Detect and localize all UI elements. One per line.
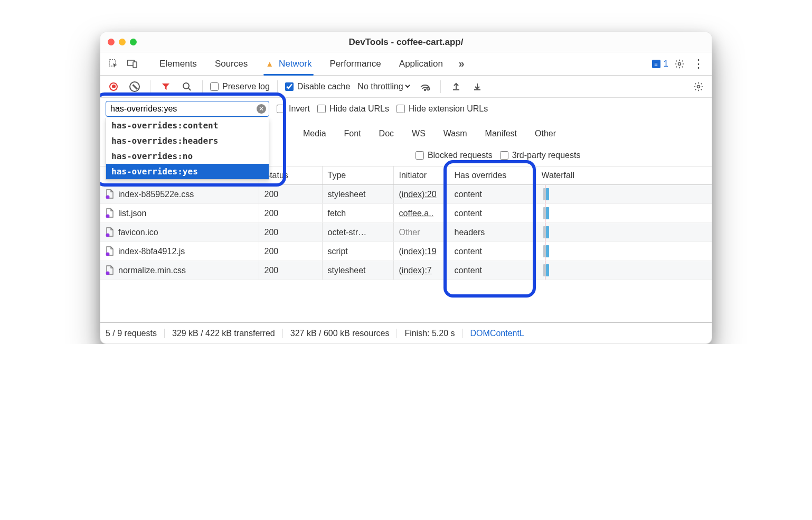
- autocomplete-item[interactable]: has-overrides:headers: [106, 133, 269, 148]
- hide-extension-urls-checkbox[interactable]: Hide extension URLs: [396, 104, 488, 114]
- autocomplete-item[interactable]: has-overrides:no: [106, 148, 269, 164]
- tab-sources[interactable]: Sources: [207, 52, 255, 76]
- summary-bar: 5 / 9 requests 329 kB / 422 kB transferr…: [100, 322, 712, 343]
- col-initiator[interactable]: Initiator: [393, 166, 449, 185]
- kebab-menu-icon[interactable]: ⋮: [691, 56, 706, 72]
- download-har-icon[interactable]: [469, 79, 485, 95]
- minimize-window-button[interactable]: [119, 39, 126, 45]
- cell-status: 200: [259, 261, 322, 280]
- clear-filter-icon[interactable]: ✕: [257, 104, 266, 114]
- inspect-icon[interactable]: [106, 56, 121, 72]
- blocked-requests-checkbox[interactable]: Blocked requests: [416, 151, 493, 160]
- cell-type: octet-str…: [322, 223, 393, 242]
- col-has-overrides[interactable]: Has overrides: [449, 166, 536, 185]
- table-row[interactable]: normalize.min.css200stylesheet(index):7c…: [100, 261, 712, 280]
- record-button[interactable]: [106, 79, 121, 95]
- type-media[interactable]: Media: [298, 127, 332, 140]
- disable-cache-input[interactable]: [285, 82, 294, 91]
- filter-bar: ✕ has-overrides:content has-overrides:he…: [100, 98, 712, 166]
- type-wasm[interactable]: Wasm: [438, 127, 473, 140]
- cell-overrides: content: [449, 261, 536, 280]
- type-other[interactable]: Other: [530, 127, 561, 140]
- col-type[interactable]: Type: [322, 166, 393, 185]
- file-override-icon: [106, 246, 114, 256]
- table-row[interactable]: index-b859522e.css200stylesheet(index):2…: [100, 185, 712, 204]
- preserve-log-label: Preserve log: [222, 82, 270, 91]
- summary-transferred: 329 kB / 422 kB transferred: [165, 329, 283, 338]
- type-doc[interactable]: Doc: [374, 127, 399, 140]
- filter-input[interactable]: [106, 101, 269, 117]
- cell-initiator[interactable]: coffee.a..: [393, 204, 449, 223]
- cell-overrides: content: [449, 185, 536, 204]
- third-party-checkbox[interactable]: 3rd-party requests: [500, 151, 581, 160]
- upload-har-icon[interactable]: [448, 79, 464, 95]
- filter-input-wrap: ✕ has-overrides:content has-overrides:he…: [106, 101, 269, 117]
- more-tabs-button[interactable]: »: [454, 56, 469, 72]
- tab-application[interactable]: Application: [392, 52, 450, 76]
- cell-initiator[interactable]: (index):19: [393, 242, 449, 261]
- svg-point-8: [697, 85, 700, 88]
- svg-point-4: [183, 83, 189, 89]
- requests-table-wrap: Name Status Type Initiator Has overrides…: [100, 166, 712, 322]
- main-tabs: Elements Sources ▲ Network Performance A…: [100, 52, 712, 76]
- col-waterfall[interactable]: Waterfall: [536, 166, 712, 185]
- cell-waterfall: [536, 204, 712, 223]
- hide-data-urls-checkbox[interactable]: Hide data URLs: [317, 104, 389, 114]
- svg-line-5: [188, 88, 191, 90]
- cell-initiator[interactable]: (index):20: [393, 185, 449, 204]
- preserve-log-checkbox[interactable]: Preserve log: [210, 82, 270, 91]
- tab-network-label: Network: [279, 59, 311, 69]
- preserve-log-input[interactable]: [210, 82, 219, 91]
- type-manifest[interactable]: Manifest: [480, 127, 522, 140]
- warning-icon: ▲: [266, 59, 273, 68]
- type-ws[interactable]: WS: [407, 127, 431, 140]
- settings-icon[interactable]: [672, 56, 687, 72]
- file-override-icon: [106, 189, 114, 199]
- search-icon[interactable]: [179, 79, 195, 95]
- requests-table: Name Status Type Initiator Has overrides…: [100, 166, 712, 280]
- summary-dcl: DOMContentL: [463, 329, 524, 338]
- cell-initiator[interactable]: Other: [393, 223, 449, 242]
- table-row[interactable]: list.json200fetchcoffee.a..content: [100, 204, 712, 223]
- window-title: DevTools - coffee-cart.app/: [100, 37, 712, 48]
- cell-name: normalize.min.css: [100, 261, 259, 280]
- disable-cache-label: Disable cache: [297, 82, 351, 91]
- svg-rect-2: [133, 62, 137, 68]
- table-row[interactable]: index-8bfa4912.js200script(index):19cont…: [100, 242, 712, 261]
- file-override-icon: [106, 265, 114, 275]
- cell-type: fetch: [322, 204, 393, 223]
- window-titlebar: DevTools - coffee-cart.app/: [100, 32, 712, 52]
- cell-status: 200: [259, 204, 322, 223]
- filter-autocomplete: has-overrides:content has-overrides:head…: [106, 118, 269, 180]
- clear-button[interactable]: [127, 79, 143, 95]
- tab-elements[interactable]: Elements: [152, 52, 204, 76]
- disable-cache-checkbox[interactable]: Disable cache: [285, 82, 351, 91]
- table-row[interactable]: favicon.ico200octet-str…Otherheaders: [100, 223, 712, 242]
- cell-initiator[interactable]: (index):7: [393, 261, 449, 280]
- cell-type: script: [322, 242, 393, 261]
- invert-checkbox[interactable]: Invert: [277, 104, 310, 114]
- close-window-button[interactable]: [108, 39, 115, 45]
- autocomplete-item-selected[interactable]: has-overrides:yes: [106, 164, 269, 179]
- cell-overrides: content: [449, 204, 536, 223]
- file-override-icon: [106, 208, 114, 218]
- filter-toggle-icon[interactable]: [158, 79, 174, 95]
- cell-name: favicon.ico: [100, 223, 259, 242]
- summary-requests: 5 / 9 requests: [106, 329, 165, 338]
- autocomplete-item[interactable]: has-overrides:content: [106, 118, 269, 133]
- console-errors-badge[interactable]: ≡ 1: [652, 59, 668, 69]
- cell-type: stylesheet: [322, 261, 393, 280]
- tab-performance[interactable]: Performance: [322, 52, 388, 76]
- window-controls: [108, 39, 137, 45]
- type-font[interactable]: Font: [339, 127, 366, 140]
- network-settings-icon[interactable]: [691, 79, 706, 95]
- cell-type: stylesheet: [322, 185, 393, 204]
- maximize-window-button[interactable]: [130, 39, 137, 45]
- network-conditions-icon[interactable]: [417, 79, 433, 95]
- tab-network[interactable]: ▲ Network: [258, 52, 319, 76]
- cell-name: index-b859522e.css: [100, 185, 259, 204]
- throttling-select[interactable]: No throttling: [355, 81, 412, 91]
- device-toggle-icon[interactable]: [125, 56, 140, 72]
- error-square-icon: ≡: [652, 60, 660, 68]
- cell-overrides: headers: [449, 223, 536, 242]
